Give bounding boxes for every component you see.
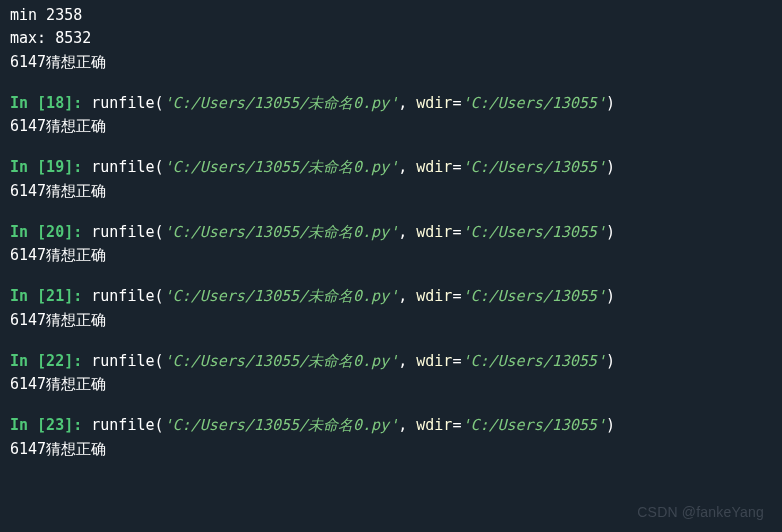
input-prompt: In [21]:	[10, 287, 91, 305]
comma: ,	[398, 223, 416, 241]
output-text: 6147猜想正确	[10, 182, 106, 200]
kwarg-name: wdir	[416, 223, 452, 241]
close-paren: )	[606, 352, 615, 370]
close-paren: )	[606, 94, 615, 112]
input-line[interactable]: In [20]: runfile('C:/Users/13055/未命名0.py…	[10, 221, 772, 244]
open-paren: (	[155, 94, 164, 112]
arg-wdir: 'C:/Users/13055'	[461, 287, 606, 305]
output-line-result: 6147猜想正确	[10, 373, 772, 396]
open-paren: (	[155, 416, 164, 434]
close-paren: )	[606, 223, 615, 241]
arg-file-path: 'C:/Users/13055/未命名0.py'	[164, 223, 399, 241]
comma: ,	[398, 416, 416, 434]
call-func: runfile	[91, 94, 154, 112]
input-line[interactable]: In [23]: runfile('C:/Users/13055/未命名0.py…	[10, 414, 772, 437]
input-prompt: In [18]:	[10, 94, 91, 112]
arg-wdir: 'C:/Users/13055'	[461, 158, 606, 176]
arg-file-path: 'C:/Users/13055/未命名0.py'	[164, 352, 399, 370]
close-paren: )	[606, 416, 615, 434]
close-paren: )	[606, 287, 615, 305]
output-text: 6147猜想正确	[10, 311, 106, 329]
input-line[interactable]: In [19]: runfile('C:/Users/13055/未命名0.py…	[10, 156, 772, 179]
output-line-result: 6147猜想正确	[10, 115, 772, 138]
open-paren: (	[155, 287, 164, 305]
arg-file-path: 'C:/Users/13055/未命名0.py'	[164, 287, 399, 305]
open-paren: (	[155, 223, 164, 241]
arg-wdir: 'C:/Users/13055'	[461, 94, 606, 112]
comma: ,	[398, 158, 416, 176]
input-prompt: In [22]:	[10, 352, 91, 370]
arg-file-path: 'C:/Users/13055/未命名0.py'	[164, 416, 399, 434]
kwarg-name: wdir	[416, 287, 452, 305]
call-func: runfile	[91, 223, 154, 241]
close-paren: )	[606, 158, 615, 176]
kwarg-name: wdir	[416, 352, 452, 370]
arg-wdir: 'C:/Users/13055'	[461, 416, 606, 434]
open-paren: (	[155, 158, 164, 176]
output-text: 6147猜想正确	[10, 117, 106, 135]
input-line[interactable]: In [18]: runfile('C:/Users/13055/未命名0.py…	[10, 92, 772, 115]
input-prompt: In [20]:	[10, 223, 91, 241]
output-line-result: 6147猜想正确	[10, 244, 772, 267]
kwarg-name: wdir	[416, 158, 452, 176]
input-prompt: In [23]:	[10, 416, 91, 434]
output-line-result: 6147猜想正确	[10, 51, 772, 74]
arg-file-path: 'C:/Users/13055/未命名0.py'	[164, 94, 399, 112]
call-func: runfile	[91, 416, 154, 434]
kwarg-name: wdir	[416, 416, 452, 434]
output-line-result: 6147猜想正确	[10, 309, 772, 332]
watermark-text: CSDN @fankeYang	[637, 502, 764, 524]
comma: ,	[398, 352, 416, 370]
console-output: min 2358 max: 8532 6147猜想正确 In [18]: run…	[10, 4, 772, 461]
kwarg-name: wdir	[416, 94, 452, 112]
output-text: 6147猜想正确	[10, 440, 106, 458]
output-line-max: max: 8532	[10, 27, 772, 50]
output-text: 6147猜想正确	[10, 375, 106, 393]
output-text: 6147猜想正确	[10, 246, 106, 264]
input-line[interactable]: In [22]: runfile('C:/Users/13055/未命名0.py…	[10, 350, 772, 373]
call-func: runfile	[91, 158, 154, 176]
open-paren: (	[155, 352, 164, 370]
input-line[interactable]: In [21]: runfile('C:/Users/13055/未命名0.py…	[10, 285, 772, 308]
comma: ,	[398, 94, 416, 112]
arg-wdir: 'C:/Users/13055'	[461, 223, 606, 241]
output-line-result: 6147猜想正确	[10, 180, 772, 203]
output-line-min: min 2358	[10, 4, 772, 27]
input-prompt: In [19]:	[10, 158, 91, 176]
comma: ,	[398, 287, 416, 305]
arg-wdir: 'C:/Users/13055'	[461, 352, 606, 370]
call-func: runfile	[91, 287, 154, 305]
output-line-result: 6147猜想正确	[10, 438, 772, 461]
arg-file-path: 'C:/Users/13055/未命名0.py'	[164, 158, 399, 176]
call-func: runfile	[91, 352, 154, 370]
